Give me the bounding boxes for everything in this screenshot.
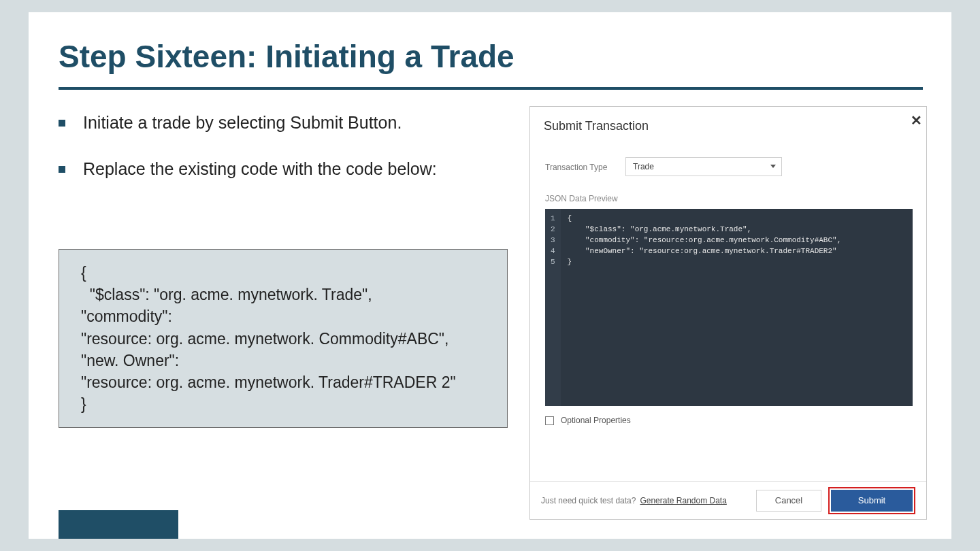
slide-title: Step Sixteen: Initiating a Trade xyxy=(59,38,514,75)
bullet-icon xyxy=(59,120,65,127)
optional-properties-label: Optional Properties xyxy=(561,416,631,425)
code-sample-box: { "$class": "org. acme. mynetwork. Trade… xyxy=(59,249,508,428)
line-number: 2 xyxy=(551,224,555,235)
line-number: 1 xyxy=(551,213,555,224)
json-editor[interactable]: 1 2 3 4 5 { "$class": "org.acme.mynetwor… xyxy=(545,209,913,406)
dialog-footer: Just need quick test data? Generate Rand… xyxy=(530,481,926,519)
line-number: 4 xyxy=(551,246,555,256)
optional-properties-row: Optional Properties xyxy=(545,416,631,425)
close-icon[interactable]: ✕ xyxy=(911,112,922,129)
footer-prompt: Just need quick test data? xyxy=(541,496,636,505)
code-sample: { "$class": "org. acme. mynetwork. Trade… xyxy=(81,262,492,415)
line-number: 3 xyxy=(551,235,555,246)
dialog-title: Submit Transaction xyxy=(544,119,649,133)
accent-block xyxy=(59,510,178,539)
bullet-text: Replace the existing code with the code … xyxy=(83,159,437,179)
chevron-down-icon xyxy=(770,165,776,168)
generate-random-data-link[interactable]: Generate Random Data xyxy=(640,496,726,505)
transaction-type-select[interactable]: Trade xyxy=(625,157,782,176)
editor-content: { "$class": "org.acme.mynetwork.Trade", … xyxy=(561,209,913,406)
submit-transaction-dialog: Submit Transaction ✕ Transaction Type Tr… xyxy=(529,106,927,520)
editor-gutter: 1 2 3 4 5 xyxy=(545,209,561,406)
bullet-item-2: Replace the existing code with the code … xyxy=(59,159,437,179)
bullet-item-1: Initiate a trade by selecting Submit But… xyxy=(59,113,402,133)
submit-button[interactable]: Submit xyxy=(831,490,913,512)
slide: Step Sixteen: Initiating a Trade Initiat… xyxy=(29,12,951,539)
bullet-icon xyxy=(59,166,65,173)
line-number: 5 xyxy=(551,256,555,267)
title-rule xyxy=(59,87,923,90)
submit-button-highlight: Submit xyxy=(828,487,915,514)
transaction-type-label: Transaction Type xyxy=(545,163,607,172)
transaction-type-value: Trade xyxy=(633,162,654,171)
json-preview-label: JSON Data Preview xyxy=(545,194,618,203)
bullet-text: Initiate a trade by selecting Submit But… xyxy=(83,113,402,133)
optional-properties-checkbox[interactable] xyxy=(545,416,554,425)
cancel-button[interactable]: Cancel xyxy=(756,490,821,512)
